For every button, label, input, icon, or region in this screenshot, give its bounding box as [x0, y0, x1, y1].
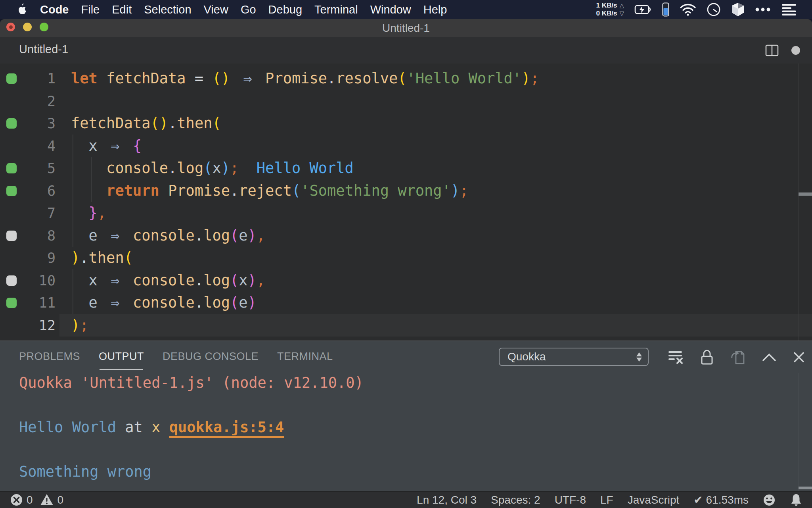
- code-token-b2: }: [89, 204, 98, 221]
- code-content: return Promise.reject('Something wrong')…: [56, 180, 468, 202]
- problems-status[interactable]: 0 0: [10, 494, 63, 506]
- code-token-vr: x: [89, 272, 98, 289]
- code-token-pl: [230, 70, 239, 87]
- open-in-editor-icon[interactable]: [730, 349, 745, 365]
- list-icon[interactable]: [781, 4, 797, 15]
- tab-untitled-1[interactable]: Untitled-1: [19, 37, 68, 64]
- menu-item-code[interactable]: Code: [40, 3, 69, 16]
- code-token-vr: e: [239, 227, 247, 244]
- code-line-6[interactable]: 6 return Promise.reject('Something wrong…: [0, 180, 812, 202]
- code-token-smc: ;: [230, 160, 239, 177]
- code-line-10[interactable]: 10 x ⇒ console.log(x),: [0, 269, 812, 292]
- window-titlebar[interactable]: Untitled-1: [0, 19, 812, 37]
- panel-scrollbar-thumb[interactable]: [799, 487, 812, 489]
- unsaved-dot[interactable]: [791, 46, 800, 55]
- status-utf-8[interactable]: UTF-8: [555, 494, 586, 506]
- code-line-7[interactable]: 7 },: [0, 202, 812, 225]
- code-line-12[interactable]: 12);: [0, 314, 812, 337]
- menu-item-go[interactable]: Go: [241, 3, 256, 16]
- bell-icon[interactable]: [790, 493, 802, 507]
- code-token-vr: x: [89, 137, 98, 154]
- code-token-str: 'Hello World': [407, 70, 522, 87]
- split-editor-icon[interactable]: [765, 44, 779, 56]
- status-spaces-2[interactable]: Spaces: 2: [491, 494, 540, 506]
- status-bar: 0 0 Ln 12, Col 3Spaces: 2UTF-8LFJavaScri…: [0, 491, 812, 508]
- down-triangle-icon: ▽: [619, 10, 624, 17]
- panel-tab-problems[interactable]: PROBLEMS: [19, 350, 80, 363]
- clock-icon[interactable]: [707, 2, 721, 17]
- code-line-1[interactable]: 1let fetchData = () ⇒ Promise.resolve('H…: [0, 67, 812, 90]
- code-token-b2: (: [230, 294, 239, 311]
- select-arrows-icon: [636, 352, 648, 362]
- code-line-5[interactable]: 5 console.log(x); Hello World: [0, 157, 812, 180]
- output-token-salmon: Quokka 'Untitled-1.js' (node: v12.10.0): [19, 374, 364, 391]
- menu-item-edit[interactable]: Edit: [112, 3, 132, 16]
- menu-item-debug[interactable]: Debug: [268, 3, 302, 16]
- status-61-53ms[interactable]: ✔ 61.53ms: [693, 493, 749, 506]
- line-number: 1: [29, 71, 56, 87]
- code-token-b1: (: [398, 70, 406, 87]
- code-token-pl: [124, 137, 133, 154]
- code-token-smc: ,: [257, 272, 265, 289]
- network-speed-indicator[interactable]: 1 KB/s△ 0 KB/s▽: [596, 2, 624, 17]
- output-source-link[interactable]: quokka.js:5:4: [169, 419, 284, 438]
- line-number: 7: [29, 205, 56, 221]
- battery-charging-icon[interactable]: [634, 3, 652, 16]
- menu-item-help[interactable]: Help: [423, 3, 447, 16]
- code-content: ).then(: [56, 247, 133, 269]
- menu-item-file[interactable]: File: [81, 3, 100, 16]
- code-token-ann: Hello World: [239, 160, 354, 177]
- status-javascript[interactable]: JavaScript: [628, 494, 680, 506]
- code-content: );: [56, 314, 89, 337]
- code-token-vr: x: [212, 160, 221, 177]
- code-token-ar: ⇒: [239, 67, 257, 90]
- code-line-3[interactable]: 3fetchData().then(: [0, 112, 812, 135]
- output-token-gold: x: [151, 419, 160, 436]
- menu-item-terminal[interactable]: Terminal: [314, 3, 358, 16]
- wifi-icon[interactable]: [680, 3, 696, 16]
- menu-item-selection[interactable]: Selection: [144, 3, 191, 16]
- smiley-icon[interactable]: [763, 494, 776, 506]
- apple-icon[interactable]: [16, 3, 27, 16]
- code-content: e ⇒ console.log(e),: [56, 225, 265, 247]
- code-editor[interactable]: 1let fetchData = () ⇒ Promise.resolve('H…: [0, 64, 812, 341]
- quokka-green-marker: [6, 73, 17, 84]
- panel-tab-terminal[interactable]: TERMINAL: [277, 350, 333, 363]
- line-number: 5: [29, 160, 56, 176]
- panel-tabs: PROBLEMSOUTPUTDEBUG CONSOLETERMINAL: [19, 341, 333, 372]
- line-number: 4: [29, 138, 56, 154]
- code-token-b3: ): [451, 182, 460, 199]
- scroll-lock-icon[interactable]: [700, 349, 714, 365]
- ellipsis-icon[interactable]: [755, 7, 771, 12]
- battery-level-icon[interactable]: [662, 2, 669, 17]
- output-token-blue: Hello World: [19, 419, 116, 436]
- line-number: 11: [29, 295, 56, 311]
- code-line-9[interactable]: 9).then(: [0, 247, 812, 269]
- panel-tab-debug-console[interactable]: DEBUG CONSOLE: [163, 350, 259, 363]
- panel-tab-output[interactable]: OUTPUT: [99, 350, 144, 363]
- output-channel-select[interactable]: Quokka: [499, 348, 649, 366]
- code-token-pl: [71, 160, 106, 177]
- code-line-11[interactable]: 11 e ⇒ console.log(e): [0, 292, 812, 314]
- code-line-8[interactable]: 8 e ⇒ console.log(e),: [0, 225, 812, 247]
- code-token-smc: ,: [257, 227, 265, 244]
- code-token-pl: [124, 294, 133, 311]
- cube-icon[interactable]: [731, 2, 745, 17]
- scrollbar-thumb[interactable]: [799, 192, 812, 196]
- code-token-id: then: [89, 249, 124, 266]
- menu-item-window[interactable]: Window: [370, 3, 411, 16]
- clear-output-icon[interactable]: [668, 350, 684, 364]
- code-token-pl: [71, 294, 89, 311]
- status-lf[interactable]: LF: [600, 494, 613, 506]
- menu-item-view[interactable]: View: [204, 3, 228, 16]
- maximize-panel-icon[interactable]: [762, 353, 776, 362]
- code-token-pl: [71, 204, 89, 221]
- code-token-pun: .: [195, 227, 203, 244]
- status-ln-12-col-3[interactable]: Ln 12, Col 3: [417, 494, 477, 506]
- code-line-4[interactable]: 4 x ⇒ {: [0, 135, 812, 158]
- code-token-kw: return: [106, 182, 159, 199]
- close-panel-icon[interactable]: [793, 351, 805, 363]
- code-line-2[interactable]: 2: [0, 90, 812, 113]
- code-token-b3: ): [221, 160, 230, 177]
- window-title: Untitled-1: [0, 19, 812, 37]
